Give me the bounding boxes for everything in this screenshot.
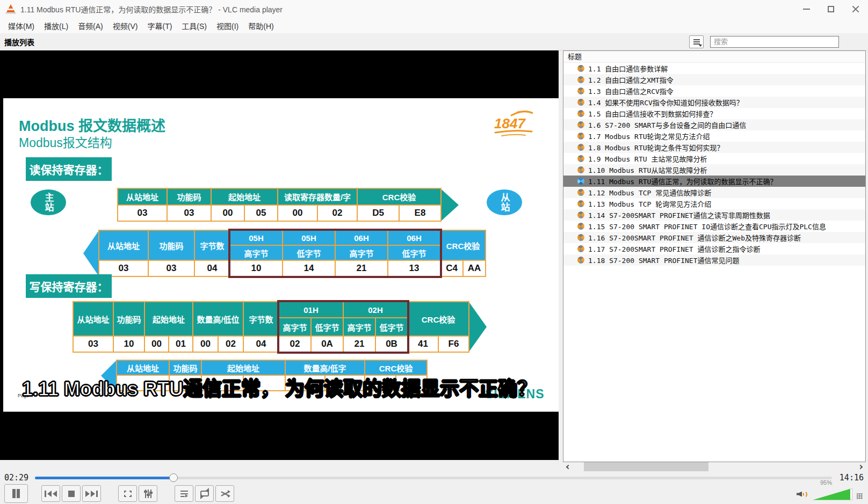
playlist-item[interactable]: 1.2 自由口通信之XMT指令 [563,74,865,85]
content-area: Modbus 报文数据概述 Modbus报文结构 读保持寄存器： 主站 从站 从… [0,50,868,471]
close-button[interactable] [843,0,868,18]
playlist-item-label: 1.9 Modbus RTU 主站常见故障分析 [588,154,707,164]
media-globe-icon [577,133,584,140]
playlist-item-label: 1.18 S7-200 SMART PROFINET通信常见问题 [588,255,740,265]
playlist-item[interactable]: 1.16 S7-200SMART PROFINET 通信诊断之Web及特殊寄存器… [563,232,865,243]
media-globe-icon [577,144,584,151]
stop-button[interactable] [62,485,81,502]
read-request-table: 从站地址 功能码 起始地址 读取寄存器数量/字 CRC校验 03 03 00 0… [117,188,459,222]
media-globe-icon [577,257,584,264]
playlist-item[interactable]: 1.3 自由口通信之RCV指令 [563,85,865,97]
value-cell: 00 [193,337,218,352]
menu-tools[interactable]: 工具(S) [177,18,212,33]
playlist-title: 播放列表 [4,36,34,47]
playlist-column-header: 标题 [563,51,865,63]
next-button[interactable] [82,485,101,502]
video-display[interactable]: Modbus 报文数据概述 Modbus报文结构 读保持寄存器： 主站 从站 从… [0,50,559,460]
playlist-item[interactable]: 1.10 Modbus RTU从站常见故障分析 [563,164,865,176]
media-globe-icon [577,178,584,185]
maximize-button[interactable] [819,0,843,18]
arrow-left-icon [83,231,98,275]
header-cell: 读取寄存器数量/字 [278,189,357,204]
seek-handle[interactable] [169,473,178,482]
window-title: 1.11 Modbus RTU通信正常，为何读取的数据显示不正确？ - VLC … [20,4,283,14]
playlist-item[interactable]: 1.14 S7-200SMART PROFINET通信之读写非周期性数据 [563,209,865,221]
header-cell: 功能码 [149,231,194,260]
value-cell: 03 [149,261,194,276]
scroll-right-arrow[interactable] [857,462,866,471]
previous-icon [47,491,52,497]
volume-wedge[interactable] [813,488,852,500]
menu-subtitle[interactable]: 字幕(T) [142,18,177,33]
playlist-item[interactable]: 1.5 自由口通信接收不到数据如何排查？ [563,108,865,119]
seek-bar[interactable] [35,477,832,479]
fullscreen-button[interactable] [118,485,137,502]
mute-button[interactable] [797,490,808,499]
shuffle-button[interactable] [215,485,234,502]
resize-grip[interactable] [857,493,863,499]
media-globe-icon [577,211,584,218]
pause-button[interactable] [4,484,28,503]
media-globe-icon [577,99,584,106]
playlist-item[interactable]: 1.15 S7-200 SMART PROFINET IO通信诊断之查看CPU指… [563,221,865,232]
playlist-item[interactable]: 1.6 S7-200 SMART与多台设备之间的自由口通信 [563,119,865,130]
seek-fill [35,477,173,479]
playlist-item[interactable]: 1.9 Modbus RTU 主站常见故障分析 [563,153,865,164]
playlist-item[interactable]: 1.4 如果不使用RCV指令你知道如何接收数据吗？ [563,97,865,108]
header-cell: 起始地址 [212,189,277,204]
playlist-item-label: 1.6 S7-200 SMART与多台设备之间的自由口通信 [588,120,746,130]
menu-help[interactable]: 帮助(H) [243,18,278,33]
playlist-item[interactable]: 1.13 Modbus TCP 轮询常见方法介绍 [563,198,865,209]
header-cell: 05H [230,231,282,245]
playlist-item[interactable]: 1.12 Modbus TCP 常见通信故障诊断 [563,187,865,198]
scrollbar-track[interactable] [572,462,857,471]
header-cell: 字节数 [195,231,229,260]
extended-settings-button[interactable] [139,485,157,502]
menu-view[interactable]: 视图(I) [212,18,243,33]
playlist-item-selected[interactable]: 1.11 Modbus RTU通信正常，为何读取的数据显示不正确？ [563,176,865,187]
playlist-item-label: 1.11 Modbus RTU通信正常，为何读取的数据显示不正确？ [588,176,777,186]
minimize-button[interactable] [794,0,819,18]
value-cell: 14 [283,261,335,276]
menu-audio[interactable]: 音频(A) [73,18,108,33]
slide-subtitle: Modbus报文结构 [19,133,112,151]
playlist-horizontal-scrollbar[interactable] [563,462,866,471]
header-cell: 02H [344,302,407,317]
value-cell: E8 [400,206,440,221]
header-cell: CRC校验 [358,189,440,204]
dropdown-arrow-icon [699,45,702,47]
header-cell: 从站地址 [99,231,148,260]
menu-video[interactable]: 视频(V) [108,18,143,33]
volume-slider[interactable]: 95% [813,487,852,500]
previous-icon [45,491,46,497]
previous-button[interactable] [41,485,60,502]
scroll-left-arrow[interactable] [563,462,572,471]
menu-media[interactable]: 媒体(M) [3,18,39,33]
playlist-item-label: 1.3 自由口通信之RCV指令 [588,86,674,96]
pause-icon [17,489,20,498]
write-holding-register-label: 写保持寄存器： [26,274,112,298]
playlist-item[interactable]: 1.8 Modbus RTU轮询之条件写如何实现？ [563,142,865,153]
playlist-item[interactable]: 1.17 S7-200SMART PROFINET 通信诊断之指令诊断 [563,243,865,254]
controls-row: 95% [4,483,864,503]
value-cell: 00 [278,206,317,221]
scrollbar-thumb[interactable] [584,462,708,471]
playlist-item-label: 1.2 自由口通信之XMT指令 [588,75,674,85]
playlist-view-button[interactable] [689,35,704,48]
speaker-wave-icon [800,491,807,498]
loop-button[interactable] [195,485,214,502]
chevron-left-icon [566,464,570,469]
value-cell: 21 [344,337,375,352]
toggle-playlist-button[interactable] [175,485,193,502]
search-input[interactable] [710,36,839,48]
value-cell: D5 [358,206,399,221]
playlist-item[interactable]: 1.18 S7-200 SMART PROFINET通信常见问题 [563,254,865,266]
header-cell: 高字节 [336,246,387,260]
next-icon [96,491,98,497]
header-cell: 高字节 [344,318,375,335]
equalizer-icon [145,490,151,498]
menu-playback[interactable]: 播放(L) [39,18,73,33]
playlist-item-label: 1.16 S7-200SMART PROFINET 通信诊断之Web及特殊寄存器… [588,232,801,243]
playlist-item[interactable]: 1.7 Modbus RTU轮询之常见方法介绍 [563,130,865,142]
playlist-item[interactable]: 1.1 自由口通信参数详解 [563,63,865,74]
